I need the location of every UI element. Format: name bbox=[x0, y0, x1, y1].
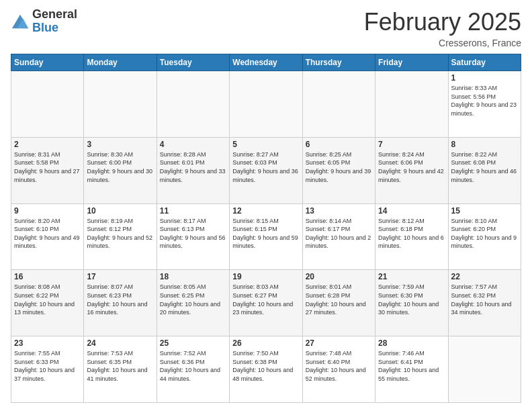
day-info: Sunrise: 8:15 AMSunset: 6:15 PMDaylight:… bbox=[232, 217, 299, 250]
calendar-cell: 27Sunrise: 7:48 AMSunset: 6:40 PMDayligh… bbox=[302, 336, 375, 403]
day-info: Sunrise: 8:31 AMSunset: 5:58 PMDaylight:… bbox=[14, 150, 81, 184]
logo-general: General bbox=[32, 8, 77, 21]
calendar-cell: 5Sunrise: 8:27 AMSunset: 6:03 PMDaylight… bbox=[230, 137, 302, 203]
day-info: Sunrise: 8:17 AMSunset: 6:13 PMDaylight:… bbox=[160, 217, 226, 250]
day-info: Sunrise: 8:27 AMSunset: 6:03 PMDaylight:… bbox=[232, 150, 299, 184]
day-info: Sunrise: 8:24 AMSunset: 6:06 PMDaylight:… bbox=[378, 150, 445, 184]
calendar-cell: 8Sunrise: 8:22 AMSunset: 6:08 PMDaylight… bbox=[448, 137, 521, 203]
day-info: Sunrise: 7:57 AMSunset: 6:32 PMDaylight:… bbox=[451, 283, 518, 316]
calendar-cell bbox=[375, 71, 448, 138]
day-number: 1 bbox=[451, 73, 518, 83]
day-number: 7 bbox=[378, 140, 445, 149]
day-number: 12 bbox=[232, 206, 299, 216]
logo: General Blue bbox=[11, 8, 77, 35]
calendar-cell bbox=[302, 71, 375, 138]
logo-icon bbox=[11, 12, 30, 31]
week-row-1: 1Sunrise: 8:33 AMSunset: 5:56 PMDaylight… bbox=[11, 71, 521, 138]
col-sunday: Sunday bbox=[11, 54, 84, 71]
day-number: 3 bbox=[87, 140, 153, 149]
day-info: Sunrise: 8:03 AMSunset: 6:27 PMDaylight:… bbox=[232, 283, 299, 316]
day-number: 27 bbox=[306, 338, 372, 348]
calendar-cell: 3Sunrise: 8:30 AMSunset: 6:00 PMDaylight… bbox=[84, 137, 157, 203]
calendar-cell: 4Sunrise: 8:28 AMSunset: 6:01 PMDaylight… bbox=[157, 137, 229, 203]
day-number: 4 bbox=[160, 140, 226, 149]
calendar-cell: 12Sunrise: 8:15 AMSunset: 6:15 PMDayligh… bbox=[230, 203, 302, 270]
calendar-cell: 28Sunrise: 7:46 AMSunset: 6:41 PMDayligh… bbox=[375, 336, 448, 403]
calendar-cell: 20Sunrise: 8:01 AMSunset: 6:28 PMDayligh… bbox=[302, 270, 375, 336]
calendar-cell bbox=[448, 336, 521, 403]
week-row-3: 9Sunrise: 8:20 AMSunset: 6:10 PMDaylight… bbox=[11, 203, 521, 270]
day-number: 26 bbox=[232, 338, 299, 348]
day-info: Sunrise: 7:53 AMSunset: 6:35 PMDaylight:… bbox=[87, 349, 153, 383]
day-info: Sunrise: 8:07 AMSunset: 6:23 PMDaylight:… bbox=[87, 283, 153, 316]
day-number: 18 bbox=[160, 272, 226, 281]
day-number: 21 bbox=[378, 272, 445, 281]
day-info: Sunrise: 8:10 AMSunset: 6:20 PMDaylight:… bbox=[451, 217, 518, 250]
days-of-week-row: Sunday Monday Tuesday Wednesday Thursday… bbox=[11, 54, 521, 71]
calendar-cell: 14Sunrise: 8:12 AMSunset: 6:18 PMDayligh… bbox=[375, 203, 448, 270]
calendar-cell: 7Sunrise: 8:24 AMSunset: 6:06 PMDaylight… bbox=[375, 137, 448, 203]
calendar-cell: 2Sunrise: 8:31 AMSunset: 5:58 PMDaylight… bbox=[11, 137, 84, 203]
day-number: 24 bbox=[87, 338, 153, 348]
day-number: 6 bbox=[306, 140, 372, 149]
week-row-4: 16Sunrise: 8:08 AMSunset: 6:22 PMDayligh… bbox=[11, 270, 521, 336]
week-row-2: 2Sunrise: 8:31 AMSunset: 5:58 PMDaylight… bbox=[11, 137, 521, 203]
day-info: Sunrise: 8:14 AMSunset: 6:17 PMDaylight:… bbox=[306, 217, 372, 250]
week-row-5: 23Sunrise: 7:55 AMSunset: 6:33 PMDayligh… bbox=[11, 336, 521, 403]
calendar-cell: 19Sunrise: 8:03 AMSunset: 6:27 PMDayligh… bbox=[230, 270, 302, 336]
day-number: 28 bbox=[378, 338, 445, 348]
calendar-cell: 10Sunrise: 8:19 AMSunset: 6:12 PMDayligh… bbox=[84, 203, 157, 270]
day-number: 11 bbox=[160, 206, 226, 216]
title-block: February 2025 Cresserons, France bbox=[364, 8, 521, 48]
day-info: Sunrise: 8:25 AMSunset: 6:05 PMDaylight:… bbox=[306, 150, 372, 184]
day-info: Sunrise: 8:19 AMSunset: 6:12 PMDaylight:… bbox=[87, 217, 153, 250]
calendar-cell: 21Sunrise: 7:59 AMSunset: 6:30 PMDayligh… bbox=[375, 270, 448, 336]
day-number: 15 bbox=[451, 206, 518, 216]
calendar-cell: 26Sunrise: 7:50 AMSunset: 6:38 PMDayligh… bbox=[230, 336, 302, 403]
page: General Blue February 2025 Cresserons, F… bbox=[0, 0, 532, 411]
col-tuesday: Tuesday bbox=[157, 54, 229, 71]
logo-text: General Blue bbox=[32, 8, 77, 35]
day-info: Sunrise: 8:30 AMSunset: 6:00 PMDaylight:… bbox=[87, 150, 153, 184]
logo-blue: Blue bbox=[32, 21, 77, 35]
day-info: Sunrise: 8:22 AMSunset: 6:08 PMDaylight:… bbox=[451, 150, 518, 184]
calendar-cell: 18Sunrise: 8:05 AMSunset: 6:25 PMDayligh… bbox=[157, 270, 229, 336]
day-info: Sunrise: 8:05 AMSunset: 6:25 PMDaylight:… bbox=[160, 283, 226, 316]
day-info: Sunrise: 8:08 AMSunset: 6:22 PMDaylight:… bbox=[14, 283, 81, 316]
day-number: 25 bbox=[160, 338, 226, 348]
day-number: 2 bbox=[14, 140, 81, 149]
day-info: Sunrise: 7:55 AMSunset: 6:33 PMDaylight:… bbox=[14, 349, 81, 383]
day-info: Sunrise: 8:12 AMSunset: 6:18 PMDaylight:… bbox=[378, 217, 445, 250]
col-thursday: Thursday bbox=[302, 54, 375, 71]
day-number: 23 bbox=[14, 338, 81, 348]
calendar-body: 1Sunrise: 8:33 AMSunset: 5:56 PMDaylight… bbox=[11, 71, 521, 403]
header: General Blue February 2025 Cresserons, F… bbox=[11, 8, 521, 48]
day-info: Sunrise: 8:33 AMSunset: 5:56 PMDaylight:… bbox=[451, 84, 518, 118]
day-number: 9 bbox=[14, 206, 81, 216]
day-info: Sunrise: 7:59 AMSunset: 6:30 PMDaylight:… bbox=[378, 283, 445, 316]
day-info: Sunrise: 8:20 AMSunset: 6:10 PMDaylight:… bbox=[14, 217, 81, 250]
calendar-cell: 13Sunrise: 8:14 AMSunset: 6:17 PMDayligh… bbox=[302, 203, 375, 270]
calendar-cell bbox=[157, 71, 229, 138]
calendar-cell: 16Sunrise: 8:08 AMSunset: 6:22 PMDayligh… bbox=[11, 270, 84, 336]
col-saturday: Saturday bbox=[448, 54, 521, 71]
calendar-cell: 9Sunrise: 8:20 AMSunset: 6:10 PMDaylight… bbox=[11, 203, 84, 270]
calendar-cell: 25Sunrise: 7:52 AMSunset: 6:36 PMDayligh… bbox=[157, 336, 229, 403]
calendar-cell bbox=[11, 71, 84, 138]
day-info: Sunrise: 8:01 AMSunset: 6:28 PMDaylight:… bbox=[306, 283, 372, 316]
day-info: Sunrise: 7:50 AMSunset: 6:38 PMDaylight:… bbox=[232, 349, 299, 383]
calendar-cell: 24Sunrise: 7:53 AMSunset: 6:35 PMDayligh… bbox=[84, 336, 157, 403]
day-number: 10 bbox=[87, 206, 153, 216]
calendar-cell: 23Sunrise: 7:55 AMSunset: 6:33 PMDayligh… bbox=[11, 336, 84, 403]
day-info: Sunrise: 8:28 AMSunset: 6:01 PMDaylight:… bbox=[160, 150, 226, 184]
day-number: 22 bbox=[451, 272, 518, 281]
day-number: 14 bbox=[378, 206, 445, 216]
col-monday: Monday bbox=[84, 54, 157, 71]
calendar-header: Sunday Monday Tuesday Wednesday Thursday… bbox=[11, 54, 521, 71]
day-number: 16 bbox=[14, 272, 81, 281]
calendar-table: Sunday Monday Tuesday Wednesday Thursday… bbox=[11, 54, 521, 403]
month-title: February 2025 bbox=[364, 8, 521, 36]
calendar-cell: 6Sunrise: 8:25 AMSunset: 6:05 PMDaylight… bbox=[302, 137, 375, 203]
calendar-cell: 17Sunrise: 8:07 AMSunset: 6:23 PMDayligh… bbox=[84, 270, 157, 336]
calendar-cell: 15Sunrise: 8:10 AMSunset: 6:20 PMDayligh… bbox=[448, 203, 521, 270]
